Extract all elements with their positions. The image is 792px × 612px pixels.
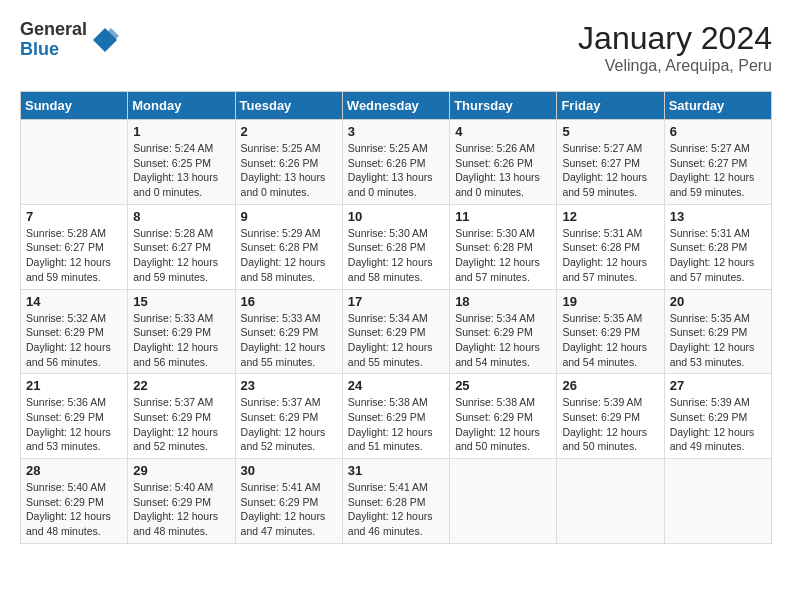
calendar-cell: 18Sunrise: 5:34 AMSunset: 6:29 PMDayligh… [450, 289, 557, 374]
calendar-cell: 14Sunrise: 5:32 AMSunset: 6:29 PMDayligh… [21, 289, 128, 374]
calendar-cell: 28Sunrise: 5:40 AMSunset: 6:29 PMDayligh… [21, 459, 128, 544]
calendar-cell: 15Sunrise: 5:33 AMSunset: 6:29 PMDayligh… [128, 289, 235, 374]
calendar-cell [21, 120, 128, 205]
calendar-cell: 7Sunrise: 5:28 AMSunset: 6:27 PMDaylight… [21, 204, 128, 289]
day-info: Sunrise: 5:40 AMSunset: 6:29 PMDaylight:… [26, 480, 122, 539]
calendar-cell: 22Sunrise: 5:37 AMSunset: 6:29 PMDayligh… [128, 374, 235, 459]
column-header-sunday: Sunday [21, 92, 128, 120]
calendar-cell: 6Sunrise: 5:27 AMSunset: 6:27 PMDaylight… [664, 120, 771, 205]
calendar-week-2: 7Sunrise: 5:28 AMSunset: 6:27 PMDaylight… [21, 204, 772, 289]
day-info: Sunrise: 5:37 AMSunset: 6:29 PMDaylight:… [241, 395, 337, 454]
calendar-cell: 25Sunrise: 5:38 AMSunset: 6:29 PMDayligh… [450, 374, 557, 459]
day-info: Sunrise: 5:36 AMSunset: 6:29 PMDaylight:… [26, 395, 122, 454]
day-number: 6 [670, 124, 766, 139]
logo-icon [91, 26, 119, 54]
calendar-cell: 20Sunrise: 5:35 AMSunset: 6:29 PMDayligh… [664, 289, 771, 374]
logo-general: General [20, 20, 87, 40]
calendar-cell: 21Sunrise: 5:36 AMSunset: 6:29 PMDayligh… [21, 374, 128, 459]
logo: General Blue [20, 20, 119, 60]
day-info: Sunrise: 5:33 AMSunset: 6:29 PMDaylight:… [241, 311, 337, 370]
day-info: Sunrise: 5:38 AMSunset: 6:29 PMDaylight:… [455, 395, 551, 454]
calendar-cell: 30Sunrise: 5:41 AMSunset: 6:29 PMDayligh… [235, 459, 342, 544]
day-info: Sunrise: 5:25 AMSunset: 6:26 PMDaylight:… [241, 141, 337, 200]
day-info: Sunrise: 5:35 AMSunset: 6:29 PMDaylight:… [562, 311, 658, 370]
day-number: 18 [455, 294, 551, 309]
calendar-cell: 31Sunrise: 5:41 AMSunset: 6:28 PMDayligh… [342, 459, 449, 544]
calendar-cell: 5Sunrise: 5:27 AMSunset: 6:27 PMDaylight… [557, 120, 664, 205]
day-number: 22 [133, 378, 229, 393]
day-number: 13 [670, 209, 766, 224]
calendar-cell: 16Sunrise: 5:33 AMSunset: 6:29 PMDayligh… [235, 289, 342, 374]
day-number: 4 [455, 124, 551, 139]
page-header: General Blue January 2024 Velinga, Arequ… [20, 20, 772, 75]
day-number: 11 [455, 209, 551, 224]
column-header-wednesday: Wednesday [342, 92, 449, 120]
calendar-cell [450, 459, 557, 544]
day-number: 27 [670, 378, 766, 393]
calendar-cell [664, 459, 771, 544]
day-number: 23 [241, 378, 337, 393]
calendar-week-1: 1Sunrise: 5:24 AMSunset: 6:25 PMDaylight… [21, 120, 772, 205]
day-info: Sunrise: 5:34 AMSunset: 6:29 PMDaylight:… [348, 311, 444, 370]
calendar-cell: 23Sunrise: 5:37 AMSunset: 6:29 PMDayligh… [235, 374, 342, 459]
column-header-tuesday: Tuesday [235, 92, 342, 120]
calendar-table: SundayMondayTuesdayWednesdayThursdayFrid… [20, 91, 772, 544]
day-info: Sunrise: 5:26 AMSunset: 6:26 PMDaylight:… [455, 141, 551, 200]
day-number: 14 [26, 294, 122, 309]
calendar-cell [557, 459, 664, 544]
title-block: January 2024 Velinga, Arequipa, Peru [578, 20, 772, 75]
calendar-cell: 1Sunrise: 5:24 AMSunset: 6:25 PMDaylight… [128, 120, 235, 205]
day-number: 5 [562, 124, 658, 139]
day-info: Sunrise: 5:39 AMSunset: 6:29 PMDaylight:… [670, 395, 766, 454]
day-number: 21 [26, 378, 122, 393]
page-subtitle: Velinga, Arequipa, Peru [578, 57, 772, 75]
logo-blue: Blue [20, 40, 87, 60]
calendar-week-3: 14Sunrise: 5:32 AMSunset: 6:29 PMDayligh… [21, 289, 772, 374]
calendar-cell: 19Sunrise: 5:35 AMSunset: 6:29 PMDayligh… [557, 289, 664, 374]
day-number: 7 [26, 209, 122, 224]
calendar-week-5: 28Sunrise: 5:40 AMSunset: 6:29 PMDayligh… [21, 459, 772, 544]
day-info: Sunrise: 5:31 AMSunset: 6:28 PMDaylight:… [562, 226, 658, 285]
day-info: Sunrise: 5:30 AMSunset: 6:28 PMDaylight:… [455, 226, 551, 285]
day-number: 20 [670, 294, 766, 309]
day-info: Sunrise: 5:29 AMSunset: 6:28 PMDaylight:… [241, 226, 337, 285]
calendar-cell: 4Sunrise: 5:26 AMSunset: 6:26 PMDaylight… [450, 120, 557, 205]
day-info: Sunrise: 5:35 AMSunset: 6:29 PMDaylight:… [670, 311, 766, 370]
calendar-cell: 2Sunrise: 5:25 AMSunset: 6:26 PMDaylight… [235, 120, 342, 205]
day-number: 1 [133, 124, 229, 139]
day-number: 17 [348, 294, 444, 309]
day-info: Sunrise: 5:40 AMSunset: 6:29 PMDaylight:… [133, 480, 229, 539]
day-number: 10 [348, 209, 444, 224]
page-title: January 2024 [578, 20, 772, 57]
day-info: Sunrise: 5:34 AMSunset: 6:29 PMDaylight:… [455, 311, 551, 370]
column-header-monday: Monday [128, 92, 235, 120]
day-number: 25 [455, 378, 551, 393]
day-number: 28 [26, 463, 122, 478]
day-number: 12 [562, 209, 658, 224]
column-header-thursday: Thursday [450, 92, 557, 120]
calendar-cell: 9Sunrise: 5:29 AMSunset: 6:28 PMDaylight… [235, 204, 342, 289]
day-info: Sunrise: 5:37 AMSunset: 6:29 PMDaylight:… [133, 395, 229, 454]
calendar-cell: 8Sunrise: 5:28 AMSunset: 6:27 PMDaylight… [128, 204, 235, 289]
day-number: 3 [348, 124, 444, 139]
day-info: Sunrise: 5:32 AMSunset: 6:29 PMDaylight:… [26, 311, 122, 370]
calendar-cell: 17Sunrise: 5:34 AMSunset: 6:29 PMDayligh… [342, 289, 449, 374]
day-number: 15 [133, 294, 229, 309]
column-header-saturday: Saturday [664, 92, 771, 120]
day-number: 16 [241, 294, 337, 309]
day-info: Sunrise: 5:27 AMSunset: 6:27 PMDaylight:… [670, 141, 766, 200]
day-number: 9 [241, 209, 337, 224]
calendar-cell: 24Sunrise: 5:38 AMSunset: 6:29 PMDayligh… [342, 374, 449, 459]
calendar-cell: 13Sunrise: 5:31 AMSunset: 6:28 PMDayligh… [664, 204, 771, 289]
calendar-cell: 3Sunrise: 5:25 AMSunset: 6:26 PMDaylight… [342, 120, 449, 205]
calendar-cell: 12Sunrise: 5:31 AMSunset: 6:28 PMDayligh… [557, 204, 664, 289]
day-number: 2 [241, 124, 337, 139]
day-info: Sunrise: 5:27 AMSunset: 6:27 PMDaylight:… [562, 141, 658, 200]
day-info: Sunrise: 5:41 AMSunset: 6:28 PMDaylight:… [348, 480, 444, 539]
day-number: 19 [562, 294, 658, 309]
day-number: 8 [133, 209, 229, 224]
calendar-cell: 26Sunrise: 5:39 AMSunset: 6:29 PMDayligh… [557, 374, 664, 459]
day-number: 30 [241, 463, 337, 478]
day-number: 31 [348, 463, 444, 478]
day-info: Sunrise: 5:28 AMSunset: 6:27 PMDaylight:… [26, 226, 122, 285]
